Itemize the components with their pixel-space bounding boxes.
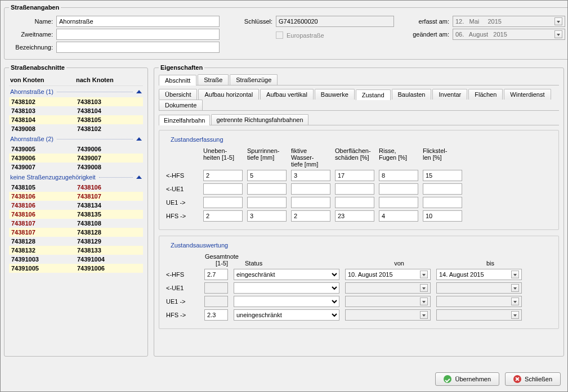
za-von-date[interactable] <box>345 282 431 294</box>
za-von-date[interactable]: 10. August 2015 <box>345 269 431 280</box>
za-bis-date[interactable] <box>436 296 522 307</box>
calendar-icon[interactable] <box>420 311 428 319</box>
za-note-input[interactable] <box>204 309 228 321</box>
tab-stra-enz-ge[interactable]: Straßenzüge <box>230 74 278 85</box>
section-row[interactable]: 74381067438107 <box>9 192 143 201</box>
from-node: 7439005 <box>10 145 76 153</box>
group-row[interactable]: Ahornstraße (1) <box>9 86 143 97</box>
tab-inventar[interactable]: Inventar <box>432 89 467 100</box>
ze-input[interactable] <box>247 170 287 181</box>
tab-baulasten[interactable]: Baulasten <box>392 89 432 100</box>
bezeichnung-input[interactable] <box>56 42 220 53</box>
calendar-icon[interactable] <box>420 271 428 278</box>
to-node: 74391006 <box>76 264 142 272</box>
ze-input[interactable] <box>247 197 287 208</box>
ze-input[interactable] <box>379 170 418 181</box>
tab-zustand[interactable]: Zustand <box>356 89 391 100</box>
label-schluessel: Schlüssel: <box>240 18 276 25</box>
ze-input[interactable] <box>291 183 330 195</box>
tab-aufbau-vertikal[interactable]: Aufbau vertikal <box>260 89 314 100</box>
ze-input[interactable] <box>335 210 374 222</box>
calendar-icon[interactable] <box>511 284 519 292</box>
ze-input[interactable] <box>423 210 462 222</box>
section-row[interactable]: 74381077438108 <box>9 219 143 228</box>
ze-input[interactable] <box>423 170 462 181</box>
ze-row-label: HFS -> <box>166 213 199 219</box>
za-status-select[interactable] <box>234 282 339 294</box>
section-row[interactable]: 74381077438128 <box>9 228 143 237</box>
section-row[interactable]: 74381067438134 <box>9 201 143 210</box>
ze-input[interactable] <box>203 170 243 181</box>
section-row[interactable]: 74390077439008 <box>9 163 143 172</box>
calendar-icon[interactable] <box>511 298 519 305</box>
ze-input[interactable] <box>203 197 243 208</box>
head-status: Status <box>245 260 351 267</box>
section-row[interactable]: 7439100574391006 <box>9 264 143 273</box>
za-status-select[interactable]: uneingeschränkt <box>234 309 339 321</box>
section-row[interactable]: 74381057438106 <box>9 183 143 192</box>
calendar-icon <box>554 17 562 25</box>
group-label: Ahornstraße (1) <box>10 88 53 95</box>
chevron-up-icon <box>136 174 142 180</box>
ze-input[interactable] <box>335 197 374 208</box>
ze-input[interactable] <box>203 183 243 195</box>
tab-dokumente[interactable]: Dokumente <box>159 100 203 110</box>
za-bis-date[interactable]: 14. August 2015 <box>436 269 522 280</box>
ze-input[interactable] <box>379 197 418 208</box>
za-note-input[interactable] <box>204 269 228 280</box>
calendar-icon[interactable] <box>420 284 428 292</box>
tabs-sub: ÜbersichtAufbau horizontalAufbau vertika… <box>159 89 559 111</box>
group-row[interactable]: keine Straßenzugzugehörigkeit <box>9 172 143 183</box>
tab-fl-chen[interactable]: Flächen <box>468 89 503 100</box>
zweitname-input[interactable] <box>56 29 220 40</box>
group-row[interactable]: Ahornstraße (2) <box>9 133 143 145</box>
tab-bauwerke[interactable]: Bauwerke <box>315 89 355 100</box>
ze-row-label: <-UE1 <box>166 186 199 192</box>
ze-input[interactable] <box>335 183 374 195</box>
section-row[interactable]: 74381067438135 <box>9 210 143 219</box>
tab-abschnitt[interactable]: Abschnitt <box>159 75 196 85</box>
ze-input[interactable] <box>379 183 418 195</box>
section-row[interactable]: 74381027438103 <box>9 97 143 106</box>
section-row[interactable]: 74381327438133 <box>9 246 143 255</box>
name-input[interactable] <box>56 16 220 27</box>
ze-input[interactable] <box>423 197 462 208</box>
za-status-select[interactable] <box>234 296 339 307</box>
ze-input[interactable] <box>379 210 418 222</box>
section-row[interactable]: 74381047438105 <box>9 115 143 124</box>
ze-input[interactable] <box>247 210 287 222</box>
tab--bersicht[interactable]: Übersicht <box>159 89 197 100</box>
tab-stra-e[interactable]: Straße <box>198 74 229 85</box>
za-von-date[interactable] <box>345 309 431 321</box>
section-row[interactable]: 7439100374391004 <box>9 255 143 264</box>
za-status-select[interactable]: eingeschränkt <box>234 269 339 280</box>
ze-input[interactable] <box>291 170 330 181</box>
section-row[interactable]: 74390057439006 <box>9 145 143 154</box>
tab-einzelfahrbahn[interactable]: Einzelfahrbahn <box>159 115 210 125</box>
za-bis-date[interactable] <box>436 282 522 294</box>
tab-aufbau-horizontal[interactable]: Aufbau horizontal <box>198 89 259 100</box>
section-row[interactable]: 74390067439007 <box>9 154 143 163</box>
ze-input[interactable] <box>291 210 330 222</box>
calendar-icon[interactable] <box>511 271 519 278</box>
ze-col-header: Flickstel- len [%] <box>423 147 462 168</box>
za-von-date[interactable] <box>345 296 431 307</box>
za-bis-date[interactable] <box>436 309 522 321</box>
close-button[interactable]: Schließen <box>505 372 561 386</box>
section-row[interactable]: 74390087438102 <box>9 124 143 133</box>
ze-input[interactable] <box>247 183 287 195</box>
calendar-icon[interactable] <box>420 298 428 305</box>
section-row[interactable]: 74381287438129 <box>9 237 143 246</box>
ze-input[interactable] <box>423 183 462 195</box>
tab-winterdienst[interactable]: Winterdienst <box>504 89 551 100</box>
apply-button[interactable]: Übernehmen <box>435 372 499 386</box>
tab-getrennte-richtungsfahrbahnen[interactable]: getrennte Richtungsfahrbahnen <box>211 114 308 125</box>
to-node: 7438129 <box>76 237 142 245</box>
ze-input[interactable] <box>291 197 330 208</box>
to-node: 7438107 <box>76 192 142 200</box>
ze-input[interactable] <box>335 170 374 181</box>
zustandsauswertung-title: Zustandsauswertung <box>168 242 230 249</box>
ze-input[interactable] <box>203 210 243 222</box>
section-row[interactable]: 74381037438104 <box>9 106 143 115</box>
calendar-icon[interactable] <box>511 311 519 319</box>
